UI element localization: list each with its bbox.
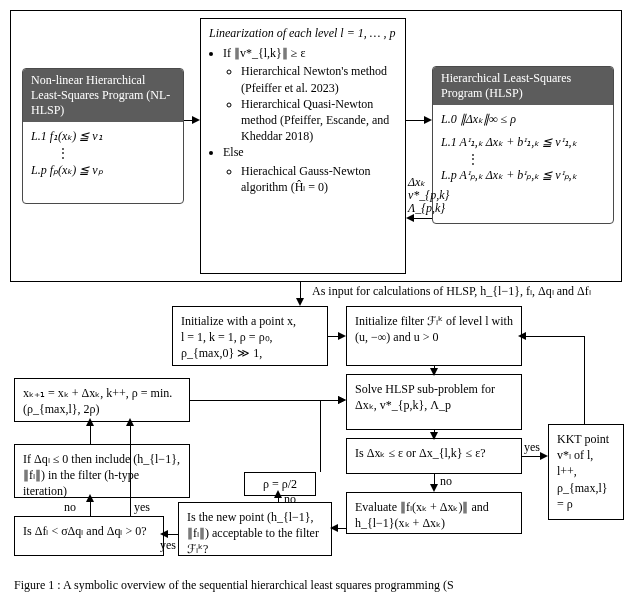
label-df-yes: yes: [134, 500, 150, 515]
lin-newton: Hierarchical Newton's method (Pfeiffer e…: [241, 63, 397, 95]
figure-caption: Figure 1 : A symbolic overview of the se…: [14, 578, 634, 593]
panel-hlsp-title: Hierarchical Least-Squares Program (HLSP…: [433, 67, 613, 105]
kkt-text: KKT point v*ₗ of l, l++, ρ_{max,l} = ρ: [549, 425, 623, 518]
include-text: If Δqₗ ≤ 0 then include (h_{l−1}, ∥fₗ∥) …: [15, 445, 189, 506]
label-df-no: no: [64, 500, 76, 515]
label-below: As input for calculations of HLSP, h_{l−…: [312, 284, 632, 299]
box-step: xₖ₊₁ = xₖ + Δxₖ, k++, ρ = min.(ρ_{max,l}…: [14, 378, 190, 422]
lin-if: If ∥v*_{l,k}∥ ≥ ε: [223, 45, 397, 61]
label-eps-no: no: [440, 474, 452, 489]
box-init-filter: Initialize filter ℱₗᵏ of level l with (u…: [346, 306, 522, 366]
box-eps-check: Is Δxₖ ≤ ε or Δx_{l,k} ≤ ε?: [346, 438, 522, 474]
panel-nlhlsp: Non-linear Hierarchical Least-Squares Pr…: [22, 68, 184, 204]
hlsp-l1: L.1 Aᶦ₁,ₖ Δxₖ + bᶦ₁,ₖ ≦ vᶦ₁,ₖ: [441, 134, 605, 151]
box-filter-check: Is the new point (h_{l−1}, ∥fₗ∥) accepta…: [178, 502, 332, 556]
box-df-check: Is Δfₗ < σΔqₗ and Δqₗ > 0?: [14, 516, 164, 556]
panel-nlhlsp-title: Non-linear Hierarchical Least-Squares Pr…: [23, 69, 183, 122]
solve-text: Solve HLSP sub-problem for Δxₖ, v*_{p,k}…: [347, 375, 521, 419]
nlhlsp-lp: L.p fₚ(xₖ) ≦ vₚ: [31, 162, 175, 179]
eps-text: Is Δxₖ ≤ ε or Δx_{l,k} ≤ ε?: [347, 439, 521, 467]
hlsp-dots: ⋮: [441, 151, 605, 168]
init-left-text: Initialize with a point x, l = 1, k = 1,…: [173, 307, 327, 368]
df-text: Is Δfₗ < σΔqₗ and Δqₗ > 0?: [15, 517, 163, 545]
lin-else: Else: [223, 144, 397, 160]
box-include: If Δqₗ ≤ 0 then include (h_{l−1}, ∥fₗ∥) …: [14, 444, 190, 498]
nlhlsp-dots: ⋮: [31, 145, 175, 162]
lin-gauss: Hierachical Gauss-Newton algorithm (Ĥₗ =…: [241, 163, 397, 195]
label-filter-yes: yes: [160, 538, 176, 553]
label-filter-no: no: [284, 492, 296, 507]
eval-text: Evaluate ∥fₗ(xₖ + Δxₖ)∥ and h_{l−1}(xₖ +…: [347, 493, 521, 537]
box-kkt: KKT point v*ₗ of l, l++, ρ_{max,l} = ρ: [548, 424, 624, 520]
lin-quasi: Hierarchical Quasi-Newton method (Pfeiff…: [241, 96, 397, 145]
box-rho-half: ρ = ρ/2: [244, 472, 316, 496]
rho-half-text: ρ = ρ/2: [245, 473, 315, 495]
init-filter-text: Initialize filter ℱₗᵏ of level l with (u…: [347, 307, 521, 351]
filter-text: Is the new point (h_{l−1}, ∥fₗ∥) accepta…: [179, 503, 331, 564]
box-init-left: Initialize with a point x, l = 1, k = 1,…: [172, 306, 328, 366]
panel-hlsp: Hierarchical Least-Squares Program (HLSP…: [432, 66, 614, 224]
step-text: xₖ₊₁ = xₖ + Δxₖ, k++, ρ = min.(ρ_{max,l}…: [15, 379, 189, 423]
lin-title: Linearization of each level l = 1, … , p: [209, 25, 397, 41]
box-solve-hlsp: Solve HLSP sub-problem for Δxₖ, v*_{p,k}…: [346, 374, 522, 430]
hlsp-l0: L.0 ∥Δxₖ∥∞ ≤ ρ: [441, 111, 605, 128]
box-evaluate: Evaluate ∥fₗ(xₖ + Δxₖ)∥ and h_{l−1}(xₖ +…: [346, 492, 522, 534]
hlsp-lp: L.p Aᶦₚ,ₖ Δxₖ + bᶦₚ,ₖ ≦ vᶦₚ,ₖ: [441, 167, 605, 184]
label-eps-yes: yes: [524, 440, 540, 455]
label-hlsp-back: Δxₖ v*_{p,k} Λ_{p,k}: [408, 176, 438, 216]
nlhlsp-l1: L.1 f₁(xₖ) ≦ v₁: [31, 128, 175, 145]
box-linearization: Linearization of each level l = 1, … , p…: [200, 18, 406, 274]
